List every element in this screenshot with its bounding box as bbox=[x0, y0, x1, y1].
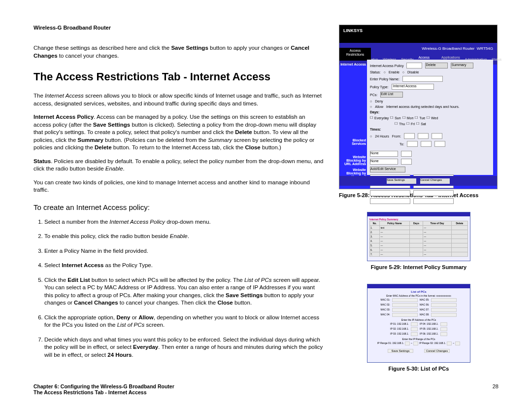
fig30-title: List of PCs bbox=[369, 290, 468, 293]
summary-table: No.Policy NameDaysTime of DayDelete 1.te… bbox=[369, 221, 468, 257]
lbl: Mon bbox=[407, 116, 414, 120]
range-label: Enter the IP Range of the PCs bbox=[369, 338, 468, 341]
save-btn: Save Settings bbox=[387, 178, 416, 184]
step-1: Select a number from the Internet Access… bbox=[44, 218, 324, 226]
fig30-cancel: Cancel Changes bbox=[424, 349, 450, 353]
lbl: Internet access during selected days and… bbox=[386, 105, 460, 108]
left-label: Blocked Services bbox=[340, 138, 366, 145]
step-3: Enter a Policy Name in the field provide… bbox=[44, 247, 324, 255]
step-2: To enable this policy, click the radio b… bbox=[44, 233, 324, 240]
product-name: Wireless-G Broadband Router bbox=[422, 46, 474, 51]
lbl: Allow bbox=[375, 105, 383, 108]
footer-chapter: Chapter 6: Configuring the Wireless-G Br… bbox=[33, 383, 499, 389]
figure-5-30: List of PCs Enter MAC Address of the PCs… bbox=[367, 284, 470, 363]
editlist-btn: Edit List bbox=[380, 92, 403, 98]
figure-5-28: LINKSYS Wireless-G Broadband Router WRT5… bbox=[339, 25, 498, 189]
lbl: Wed bbox=[431, 116, 438, 120]
tab: Status bbox=[492, 58, 501, 61]
lbl: Enable bbox=[389, 70, 399, 74]
delete-btn: Delete bbox=[425, 63, 448, 68]
side-tab: Access Restrictions bbox=[339, 48, 371, 61]
steps-list: Select a number from the Internet Access… bbox=[33, 218, 324, 359]
fig29-title: Internet Policy Summary bbox=[369, 218, 399, 221]
para-4: You can create two kinds of policies, on… bbox=[33, 179, 324, 194]
para-3: Status. Policies are disabled by default… bbox=[33, 158, 324, 173]
left-label: Website Blocking by URL Address bbox=[340, 155, 366, 166]
lbl: Everyday bbox=[374, 116, 389, 120]
lbl: Disable bbox=[407, 70, 419, 74]
footer: Chapter 6: Configuring the Wireless-G Br… bbox=[33, 383, 499, 395]
lbl: Status: bbox=[370, 70, 381, 74]
lbl: Times: bbox=[370, 128, 381, 131]
model: WRT54G bbox=[477, 46, 493, 51]
lbl: 24 Hours bbox=[375, 135, 389, 138]
sub-title: To create an Internet Access policy: bbox=[33, 203, 324, 211]
lbl: Enter Policy Name: bbox=[370, 77, 399, 81]
step-4: Select Internet Access as the Policy Typ… bbox=[44, 262, 324, 270]
para-2: Internet Access Policy. Access can be ma… bbox=[33, 113, 324, 152]
step-7: Decide which days and what times you wan… bbox=[44, 336, 324, 359]
ip-label: Enter the IP Address of the PCs bbox=[369, 318, 468, 321]
cancel-btn: Cancel Changes bbox=[420, 178, 450, 184]
lbl: PCs: bbox=[370, 93, 377, 97]
lbl: To: bbox=[399, 142, 404, 146]
lbl: Sat bbox=[421, 122, 426, 126]
lbl: Fri bbox=[411, 122, 415, 126]
lbl: Thu bbox=[399, 122, 405, 126]
page-number: 28 bbox=[493, 383, 499, 389]
step-5: Click the Edit List button to select whi… bbox=[44, 276, 324, 307]
lbl: Deny bbox=[375, 100, 383, 103]
lbl: Days: bbox=[370, 110, 379, 114]
lbl: Policy Type: bbox=[370, 85, 389, 89]
mac-label: Enter MAC Address of the PCs in this for… bbox=[369, 294, 468, 297]
fig-30-caption: Figure 5-30: List of PCs bbox=[339, 366, 499, 372]
intro-para: Change these settings as described here … bbox=[33, 44, 324, 60]
lbl: Sun bbox=[395, 116, 400, 120]
figure-5-29: Internet Policy Summary No.Policy NameDa… bbox=[367, 212, 470, 261]
step-6: Click the appropriate option, Deny or Al… bbox=[44, 314, 324, 329]
section-title: The Access Restrictions Tab - Internet A… bbox=[33, 70, 324, 83]
left-label: Internet Access bbox=[340, 63, 366, 66]
lbl: From: bbox=[392, 135, 401, 138]
doc-header: Wireless-G Broadband Router bbox=[33, 25, 324, 31]
lbl: Tue bbox=[419, 116, 425, 120]
brand: LINKSYS bbox=[343, 28, 363, 33]
footer-sub: The Access Restrictions Tab - Internet A… bbox=[33, 389, 499, 395]
policy-type-val: Internet Access bbox=[392, 84, 434, 90]
config-body: Internet Access PolicyDeleteSummary Stat… bbox=[367, 60, 493, 175]
para-1: The Internet Access screen allows you to… bbox=[33, 92, 324, 107]
addedit-btn: Add/Edit Service bbox=[370, 167, 405, 172]
fig30-save: Save Settings bbox=[388, 349, 413, 353]
summary-btn: Summary bbox=[451, 63, 473, 68]
lbl: Internet Access Policy bbox=[370, 64, 403, 68]
fig-29-caption: Figure 5-29: Internet Policy Summary bbox=[339, 264, 499, 270]
